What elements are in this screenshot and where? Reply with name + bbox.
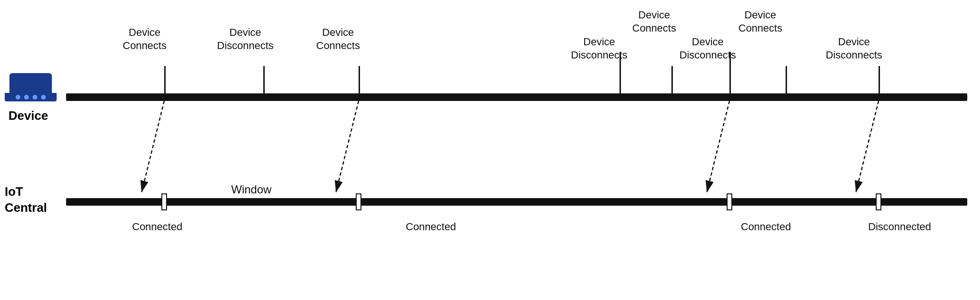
event-label-e6: DeviceDisconnects (679, 35, 736, 61)
status-connected-3: Connected (741, 221, 791, 233)
event-label-e1: DeviceConnects (123, 26, 167, 52)
event-label-e8: DeviceDisconnects (826, 35, 882, 61)
event-tick-e1 (164, 66, 166, 97)
event-tick-e8 (879, 66, 880, 97)
arrow-1 (142, 101, 164, 192)
iot-marker-m1 (161, 193, 167, 210)
iot-label-text: IoTCentral (5, 184, 47, 215)
device-body-top (9, 73, 52, 93)
device-dot-2 (24, 95, 29, 100)
device-body-bottom (5, 93, 57, 101)
iot-central-label: IoTCentral (5, 184, 47, 216)
device-dot-3 (33, 95, 37, 100)
arrow-4 (856, 101, 879, 192)
device-dot-4 (41, 95, 46, 100)
arrow-3 (707, 101, 729, 192)
device-label: Device (8, 108, 48, 123)
event-label-e2: DeviceDisconnects (217, 26, 274, 52)
event-tick-e2 (263, 66, 265, 97)
event-tick-e7 (786, 66, 787, 97)
device-timeline (66, 93, 967, 101)
event-label-e3: DeviceConnects (316, 26, 360, 52)
iot-marker-m4 (876, 193, 881, 210)
window-label: Window (231, 183, 271, 196)
status-connected-1: Connected (132, 221, 182, 233)
event-label-e7: DeviceConnects (738, 8, 782, 34)
status-connected-2: Connected (406, 221, 456, 233)
device-dot-1 (16, 95, 20, 100)
arrow-2 (336, 101, 359, 192)
event-label-e5: DeviceConnects (632, 8, 676, 34)
event-label-e4: DeviceDisconnects (571, 35, 628, 61)
event-tick-e5 (671, 66, 673, 97)
device-icon (9, 73, 57, 101)
iot-timeline (66, 198, 967, 206)
status-disconnected: Disconnected (868, 221, 931, 233)
iot-marker-m2 (356, 193, 361, 210)
iot-marker-m3 (727, 193, 732, 210)
diagram-container: Device IoTCentral DeviceConnects DeviceD… (0, 0, 980, 300)
event-tick-e3 (359, 66, 360, 97)
